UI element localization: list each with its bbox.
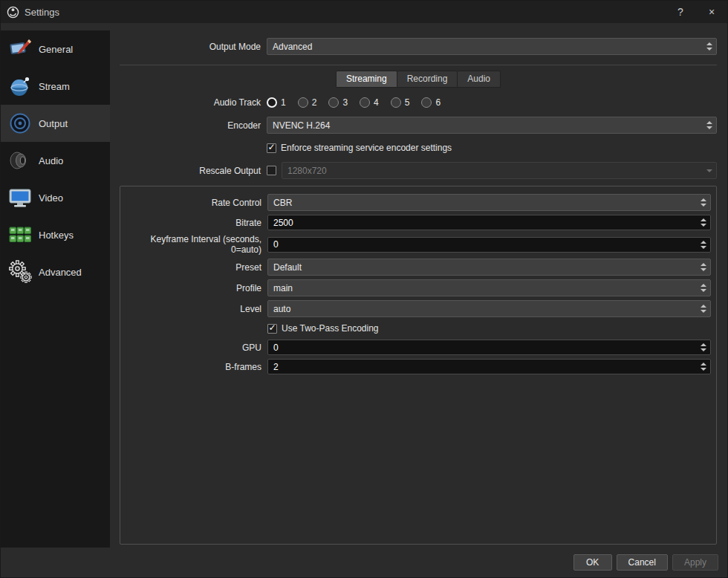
tab-audio[interactable]: Audio: [458, 71, 501, 88]
rescale-label: Rescale Output: [120, 166, 261, 176]
checkbox-icon: ✓: [267, 324, 277, 334]
bframes-value: 2: [273, 362, 697, 372]
help-button[interactable]: ?: [665, 1, 696, 23]
sidebar-item-output[interactable]: Output: [1, 105, 110, 142]
combo-arrows-icon: [703, 39, 716, 54]
gpu-label: GPU: [120, 342, 261, 353]
output-mode-select[interactable]: Advanced: [267, 38, 717, 55]
audio-track-option-6[interactable]: 6: [421, 97, 441, 108]
radio-icon: [298, 97, 308, 108]
encoder-value: NVENC H.264: [273, 120, 703, 131]
advanced-icon: [8, 260, 32, 284]
gpu-input[interactable]: 0: [267, 340, 711, 355]
hotkeys-icon: [8, 223, 32, 247]
ok-button[interactable]: OK: [573, 554, 612, 571]
sidebar-item-label: Hotkeys: [39, 230, 74, 241]
audio-track-row: Audio Track 1 2 3 4 5 6: [120, 95, 717, 110]
sidebar-item-label: Audio: [39, 155, 63, 166]
two-pass-checkbox[interactable]: ✓ Use Two-Pass Encoding: [267, 323, 379, 334]
sidebar-item-advanced[interactable]: Advanced: [1, 253, 110, 290]
sidebar-item-stream[interactable]: Stream: [1, 68, 110, 105]
bitrate-value: 2500: [273, 218, 697, 228]
rescale-resolution-select[interactable]: 1280x720: [282, 162, 717, 179]
bitrate-input[interactable]: 2500: [267, 215, 711, 230]
sidebar-item-label: Stream: [39, 81, 70, 92]
output-mode-value: Advanced: [273, 42, 703, 52]
sidebar-item-label: General: [39, 44, 73, 55]
spinner-buttons[interactable]: [697, 360, 710, 374]
radio-label: 5: [405, 97, 410, 108]
sidebar-item-label: Video: [39, 192, 63, 204]
sidebar-item-audio[interactable]: Audio: [1, 142, 110, 179]
audio-track-label: Audio Track: [120, 97, 261, 108]
enforce-encoder-label: Enforce streaming service encoder settin…: [281, 143, 452, 153]
general-icon: [8, 37, 32, 61]
tab-streaming[interactable]: Streaming: [336, 71, 397, 88]
bframes-input[interactable]: 2: [267, 359, 711, 374]
cancel-button[interactable]: Cancel: [617, 554, 668, 571]
preset-select[interactable]: Default: [267, 259, 711, 276]
two-pass-row: ✓ Use Two-Pass Encoding: [120, 321, 711, 336]
spinner-buttons[interactable]: [697, 238, 710, 252]
rescale-resolution-value: 1280x720: [287, 166, 703, 176]
encoder-select[interactable]: NVENC H.264: [267, 117, 717, 134]
sidebar: General Stream Output Audio Video Hotkey: [1, 30, 110, 548]
profile-select[interactable]: main: [267, 279, 711, 296]
enforce-row: ✓ Enforce streaming service encoder sett…: [120, 140, 717, 155]
spinner-buttons[interactable]: [697, 215, 710, 230]
sidebar-item-hotkeys[interactable]: Hotkeys: [1, 216, 110, 253]
level-row: Level auto: [120, 300, 711, 317]
encoder-label: Encoder: [120, 120, 261, 131]
obs-logo-icon: [7, 6, 19, 19]
radio-icon: [421, 97, 432, 108]
encoder-settings-group: Rate Control CBR Bitrate 2500: [120, 186, 717, 545]
rescale-row: Rescale Output ✓ 1280x720: [120, 162, 717, 179]
tab-recording[interactable]: Recording: [397, 71, 458, 88]
keyframe-interval-value: 0: [273, 239, 697, 250]
encoder-row: Encoder NVENC H.264: [120, 117, 717, 134]
audio-icon: [8, 149, 32, 172]
combo-arrows-icon: [697, 301, 710, 316]
audio-track-option-2[interactable]: 2: [298, 97, 317, 108]
radio-label: 1: [281, 97, 286, 108]
rate-control-select[interactable]: CBR: [267, 194, 711, 211]
radio-label: 2: [312, 97, 317, 108]
audio-track-option-1[interactable]: 1: [267, 97, 286, 108]
audio-track-option-5[interactable]: 5: [391, 97, 410, 108]
separator: [120, 65, 717, 65]
level-label: Level: [120, 304, 261, 314]
combo-arrows-icon: [703, 117, 716, 133]
output-tabbar: Streaming Recording Audio: [120, 71, 717, 88]
radio-icon: [360, 97, 370, 108]
sidebar-item-general[interactable]: General: [1, 30, 110, 68]
output-icon: [8, 111, 32, 135]
combo-arrow-icon: [703, 163, 716, 178]
sidebar-item-label: Advanced: [39, 267, 82, 278]
audio-track-option-3[interactable]: 3: [328, 97, 348, 108]
profile-value: main: [273, 283, 697, 293]
checkbox-icon: ✓: [267, 143, 276, 153]
output-mode-label: Output Mode: [120, 42, 261, 52]
stream-icon: [8, 74, 32, 98]
rescale-checkbox[interactable]: ✓: [267, 166, 276, 175]
combo-arrows-icon: [697, 259, 710, 275]
sidebar-item-video[interactable]: Video: [1, 179, 110, 216]
profile-row: Profile main: [120, 279, 711, 296]
settings-window: Settings ? × General Stream Output Audio: [0, 0, 728, 578]
spinner-buttons[interactable]: [697, 340, 710, 354]
radio-label: 4: [374, 97, 379, 108]
audio-track-radio-group: 1 2 3 4 5 6: [267, 97, 717, 108]
titlebar: Settings ? ×: [1, 1, 727, 23]
keyframe-interval-input[interactable]: 0: [267, 237, 711, 253]
close-button[interactable]: ×: [696, 1, 727, 23]
rate-control-row: Rate Control CBR: [120, 194, 711, 211]
apply-button[interactable]: Apply: [672, 554, 718, 571]
audio-track-option-4[interactable]: 4: [360, 97, 379, 108]
bitrate-label: Bitrate: [120, 218, 261, 228]
bframes-row: B-frames 2: [120, 359, 711, 374]
output-mode-row: Output Mode Advanced: [120, 38, 717, 55]
level-select[interactable]: auto: [267, 300, 711, 317]
combo-arrows-icon: [697, 195, 710, 210]
enforce-encoder-checkbox[interactable]: ✓ Enforce streaming service encoder sett…: [267, 143, 452, 153]
radio-label: 3: [342, 97, 348, 108]
